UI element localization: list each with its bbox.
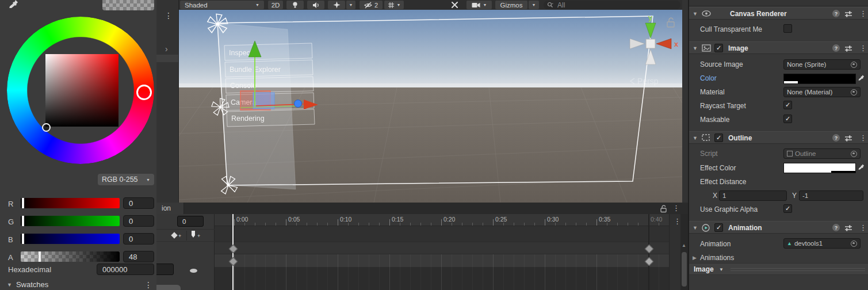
kebab-menu-icon[interactable]: ⋮ [859, 9, 867, 18]
eyedropper-icon[interactable] [7, 0, 20, 8]
frame-field[interactable]: 0 [177, 216, 204, 227]
blue-label: B [8, 235, 17, 244]
scene-camera-dropdown[interactable]: ▼ [466, 1, 492, 9]
maskable-checkbox[interactable]: ✓ [783, 115, 792, 123]
kebab-menu-icon[interactable]: ⋮ [859, 133, 867, 142]
scene-viewport[interactable]: Inspector Bundle Explorer Console Camera… [178, 10, 682, 203]
foldout-arrow-icon[interactable]: ▼ [693, 225, 698, 231]
scene-lighting-button[interactable] [286, 1, 304, 9]
color-picker-window: RGB 0-255 ▼ R 0 G 0 B 0 A [0, 0, 156, 290]
blue-slider[interactable] [21, 234, 120, 244]
presets-icon[interactable] [844, 224, 852, 232]
scrollbar-thumb[interactable] [682, 252, 687, 287]
lock-icon[interactable] [659, 204, 668, 213]
animation-header[interactable]: ▼ ✓ Animation ? ⋮ [689, 221, 868, 234]
gizmos-dropdown[interactable]: Gizmos [495, 1, 527, 9]
saturation-value-selector[interactable] [42, 123, 51, 132]
help-icon[interactable]: ? [832, 44, 840, 52]
blue-value-field[interactable]: 0 [123, 233, 154, 245]
image-bar[interactable]: Image ▼ [689, 263, 868, 275]
effect-color-swatch[interactable] [783, 163, 856, 173]
red-value-field[interactable]: 0 [123, 197, 154, 209]
source-image-field[interactable]: None (Sprite) [783, 59, 861, 70]
tick-0-40: 0:40 [651, 216, 662, 223]
image-enabled-checkbox[interactable]: ✓ [714, 44, 723, 52]
cull-transparent-checkbox[interactable] [783, 24, 792, 33]
help-icon[interactable]: ? [832, 10, 840, 17]
timeline-scrollbar[interactable]: ▲ [680, 214, 688, 290]
raycast-target-checkbox[interactable]: ✓ [783, 101, 792, 109]
animations-foldout[interactable]: ▶ Animations [693, 254, 734, 262]
help-icon[interactable]: ? [832, 224, 840, 231]
kebab-menu-icon[interactable]: ⋮ [859, 223, 867, 232]
outline-enabled-checkbox[interactable]: ✓ [714, 133, 723, 142]
presets-icon[interactable] [844, 135, 852, 142]
timeline-track-row-1[interactable] [215, 242, 669, 254]
foldout-arrow-icon[interactable]: ▼ [693, 11, 698, 17]
color-swatch[interactable] [783, 74, 856, 84]
use-graphic-alpha-checkbox[interactable]: ✓ [783, 204, 792, 213]
chevron-down-icon: ▼ [146, 178, 150, 182]
animation-enabled-checkbox[interactable]: ✓ [714, 223, 723, 232]
tick-0-05: 0:05 [288, 216, 300, 223]
orientation-center-cube[interactable] [646, 39, 655, 48]
canvas-renderer-header[interactable]: ▼ Canvas Renderer ? ⋮ [689, 7, 868, 20]
strip-menu-icon[interactable]: ⋮ [165, 11, 173, 20]
color-mode-dropdown[interactable]: RGB 0-255 ▼ [98, 174, 154, 185]
hue-wheel-selector[interactable] [136, 85, 152, 100]
object-picker-icon[interactable] [851, 89, 857, 96]
animation-clip-value: devtools1 [794, 240, 823, 247]
scene-tools-button[interactable] [446, 1, 463, 9]
alpha-value-field[interactable]: 48 [123, 251, 154, 262]
effects-dropdown[interactable]: ▼ [346, 1, 355, 9]
swatches-menu-icon[interactable]: ⋮ [144, 280, 152, 289]
foldout-arrow-icon[interactable]: ▼ [693, 135, 698, 141]
hidden-objects-button[interactable]: 2 [360, 1, 383, 9]
x-field[interactable]: 1 [719, 190, 787, 201]
y-field[interactable]: -1 [799, 190, 863, 201]
animation-menu-icon[interactable]: ⋮ [672, 204, 680, 212]
expand-chevron-icon[interactable]: › [165, 44, 168, 54]
scroll-up-icon[interactable]: ▲ [682, 243, 686, 248]
presets-icon[interactable] [844, 10, 852, 18]
animation-tabbar: ion ⋮ [156, 203, 688, 214]
add-event-button[interactable]: + [191, 230, 204, 241]
image-header[interactable]: ▼ ✓ Image ? ⋮ [689, 41, 868, 54]
outline-header[interactable]: ▼ ✓ Outline ? ⋮ [689, 131, 868, 144]
material-field[interactable]: None (Material) [783, 87, 861, 97]
add-keyframe-button[interactable]: + [170, 231, 183, 240]
hexadecimal-field[interactable]: 000000 [97, 264, 154, 275]
animation-clip-field[interactable]: ▲ devtools1 [783, 238, 861, 249]
object-picker-icon[interactable] [851, 62, 857, 68]
swatches-foldout[interactable]: ▼ Swatches [7, 280, 48, 289]
green-slider[interactable] [21, 216, 120, 226]
eyedropper-icon[interactable] [857, 163, 865, 171]
gizmos-chevron[interactable]: ▼ [529, 1, 539, 9]
red-slider[interactable] [21, 198, 120, 208]
animation-clip-label: Animation [700, 240, 731, 248]
kebab-menu-icon[interactable]: ⋮ [859, 44, 867, 52]
scene-search-field[interactable]: All [544, 1, 680, 9]
object-picker-icon[interactable] [851, 241, 857, 247]
alpha-slider[interactable] [21, 251, 120, 262]
grid-visibility-dropdown[interactable]: ▼ [384, 1, 404, 9]
scene-audio-button[interactable] [307, 1, 324, 9]
animation-tab[interactable]: ion [156, 203, 184, 214]
keyframe-button-row: + + [156, 229, 215, 242]
toggle-2d-button[interactable]: 2D [268, 1, 283, 9]
gizmo-center-handle[interactable] [295, 100, 302, 108]
presets-icon[interactable] [844, 45, 852, 52]
help-icon[interactable]: ? [832, 134, 840, 142]
object-picker-icon[interactable] [851, 151, 857, 157]
foldout-arrow-icon[interactable]: ▼ [693, 45, 698, 51]
green-value-field[interactable]: 0 [123, 215, 154, 227]
raycast-target-label: Raycast Target [700, 102, 746, 110]
timeline-ruler[interactable]: 0:00 0:05 0:10 0:15 0:20 0:25 0:30 0:35 … [215, 214, 669, 226]
scene-view[interactable]: Shaded ▼ 2D [178, 0, 682, 203]
shading-mode-dropdown[interactable]: Shaded ▼ [180, 1, 264, 9]
scene-effects-button[interactable] [328, 1, 345, 9]
saturation-value-box[interactable] [45, 54, 118, 127]
alpha-slider-row: A [8, 252, 17, 262]
chevron-down-icon: ▼ [719, 267, 724, 272]
eyedropper-icon[interactable] [857, 74, 865, 82]
